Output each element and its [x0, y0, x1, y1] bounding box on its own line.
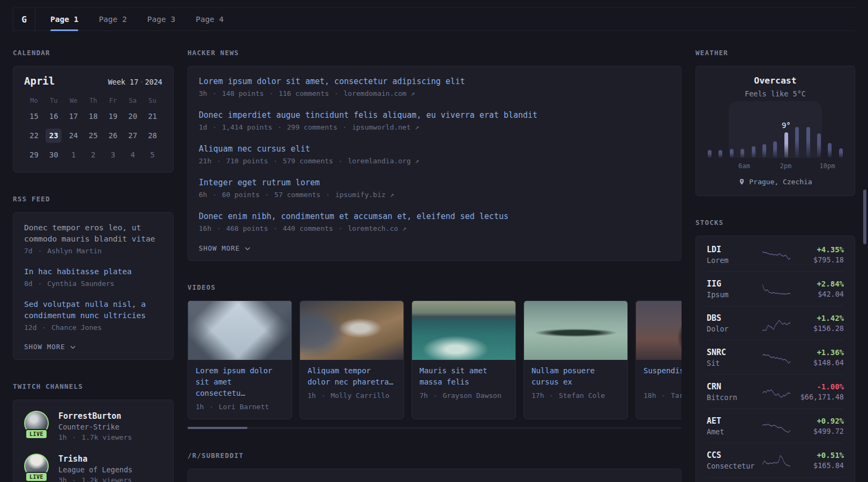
video-card[interactable]: Suspendisse diam 18h · Tara: [635, 300, 682, 419]
hn-domain-link[interactable]: loremdomain.com ↗: [343, 89, 415, 97]
separator-dot: ·: [264, 191, 270, 199]
stock-row[interactable]: LDI Lorem +4.35% $795.18: [707, 238, 844, 272]
stock-name: Ipsum: [707, 290, 758, 299]
calendar-day: 27: [125, 129, 141, 143]
separator-dot: ·: [548, 391, 555, 400]
video-card-body: Suspendisse diam 18h · Tara: [636, 360, 682, 408]
separator-dot: ·: [337, 157, 343, 165]
videos-widget: VIDEOS Lorem ipsum dolor sit amet consec…: [188, 283, 682, 429]
video-thumbnail[interactable]: [300, 301, 403, 360]
stock-row[interactable]: CCS Consectetur +0.51% $165.84: [707, 443, 844, 477]
calendar-day: 4: [125, 148, 141, 162]
video-thumbnail[interactable]: [524, 301, 627, 360]
hn-show-more[interactable]: SHOW MORE: [199, 244, 251, 252]
weekday-label: Th: [84, 97, 103, 104]
video-title[interactable]: Nullam posuere cursus ex: [532, 365, 620, 388]
videos-scrollbar-thumb[interactable]: [188, 427, 248, 429]
calendar-week-label: Week 17: [108, 78, 138, 86]
rss-section-title: RSS FEED: [13, 195, 174, 203]
weather-bar: [762, 144, 766, 158]
hn-item-title[interactable]: Lorem ipsum dolor sit amet, consectetur …: [199, 76, 670, 87]
hn-item: Lorem ipsum dolor sit amet, consectetur …: [199, 76, 670, 99]
hn-domain-link[interactable]: loremlandia.org ↗: [348, 157, 419, 165]
tab-page-3[interactable]: Page 3: [147, 8, 175, 31]
weekday-label: Fr: [103, 97, 123, 104]
video-thumbnail[interactable]: [636, 301, 682, 360]
weather-bar: [752, 146, 755, 158]
stock-left: DBS Dolor: [707, 313, 758, 333]
avatar-wrap: LIVE: [24, 454, 49, 478]
hn-item-title[interactable]: Donec imperdiet augue tincidunt felis al…: [199, 109, 670, 121]
video-meta: 1h · Lori Barnett: [196, 402, 284, 412]
video-thumbnail[interactable]: [412, 301, 515, 360]
stock-right: +4.35% $795.18: [795, 245, 844, 264]
stock-name: Lorem: [707, 256, 758, 265]
weather-bar: [708, 150, 712, 158]
weather-bar: 9°: [784, 132, 788, 158]
app-logo[interactable]: G: [13, 8, 35, 31]
rss-show-more[interactable]: SHOW MORE: [24, 343, 77, 351]
stock-sparkline: [762, 382, 790, 402]
hn-list: Lorem ipsum dolor sit amet, consectetur …: [199, 76, 670, 234]
video-title[interactable]: Suspendisse diam: [643, 365, 682, 388]
stock-name: Amet: [707, 427, 758, 436]
hn-item-title[interactable]: Donec enim nibh, condimentum et accumsan…: [199, 210, 670, 222]
stock-row[interactable]: AET Amet +0.92% $499.72: [707, 409, 844, 443]
separator-dot: ·: [215, 157, 222, 165]
separator-dot: ·: [341, 123, 348, 131]
video-title[interactable]: Lorem ipsum dolor sit amet consectetu…: [196, 365, 284, 399]
video-card[interactable]: Mauris sit amet massa felis 7h · Grayson…: [411, 300, 516, 419]
separator-dot: ·: [320, 391, 326, 400]
calendar-day: 29: [26, 148, 42, 162]
hn-item: Integer eget rutrum lorem 6h · 60 points…: [199, 177, 670, 200]
separator-dot: ·: [71, 433, 77, 441]
hn-item-title[interactable]: Aliquam nec cursus elit: [199, 143, 670, 155]
stock-right: +1.36% $148.64: [795, 348, 844, 367]
video-card[interactable]: Nullam posuere cursus ex 17h · Stefan Co…: [523, 300, 628, 419]
hn-domain-link[interactable]: ipsumify.biz ↗: [335, 191, 394, 199]
rss-item-meta: 7d · Ashlyn Martin: [24, 246, 162, 257]
twitch-section-title: TWITCH CHANNELS: [13, 382, 174, 390]
tab-page-4[interactable]: Page 4: [196, 8, 223, 31]
channel-name: Trisha: [58, 454, 132, 464]
hn-domain-link[interactable]: loremtech.co ↗: [348, 224, 407, 232]
video-title[interactable]: Aliquam tempor dolor nec pharetra…: [308, 365, 396, 388]
separator-dot: ·: [36, 280, 43, 288]
twitch-channel[interactable]: LIVE Trisha League of Legends 3h · 1.2k …: [24, 454, 162, 482]
separator-dot: ·: [211, 89, 218, 97]
rss-item-title[interactable]: Donec tempor eros leo, ut commodo mauris…: [24, 222, 162, 245]
stock-row[interactable]: SNRC Sit +1.36% $148.64: [707, 340, 844, 374]
weather-bar: [828, 143, 832, 158]
subreddit-post: Maecenas mollis pulvinar erat non posuer…: [199, 479, 670, 482]
rss-item-title[interactable]: Sed volutpat nulla nisl, a condimentum n…: [24, 299, 162, 321]
weather-hour-label: 2pm: [780, 162, 792, 170]
stock-row[interactable]: CRN Bitcorn -1.00% $66,171.48: [707, 374, 844, 409]
rss-item-title[interactable]: In hac habitasse platea: [24, 266, 162, 277]
tab-page-1[interactable]: Page 1: [50, 8, 78, 31]
tab-page-2[interactable]: Page 2: [99, 8, 126, 31]
video-thumbnail[interactable]: [188, 301, 291, 360]
hn-domain-link[interactable]: ipsumworld.net ↗: [352, 123, 419, 131]
weather-feels-like: Feels like 5°C: [707, 89, 844, 98]
calendar-day: 19: [105, 109, 121, 124]
videos-scrollbar[interactable]: [188, 427, 682, 429]
video-card[interactable]: Lorem ipsum dolor sit amet consectetu… 1…: [188, 300, 292, 419]
stock-row[interactable]: AHS +0.46%: [707, 477, 844, 482]
calendar-day: 2: [85, 148, 101, 162]
weather-bar: [839, 148, 843, 158]
stock-sparkline: [762, 451, 790, 470]
stock-symbol: CCS: [707, 450, 758, 460]
top-nav: G Page 1Page 2Page 3Page 4: [13, 7, 855, 31]
weather-bar: [719, 150, 722, 158]
video-card[interactable]: Aliquam tempor dolor nec pharetra… 1h · …: [300, 300, 404, 419]
hn-item-title[interactable]: Integer eget rutrum lorem: [199, 177, 670, 189]
video-title[interactable]: Mauris sit amet massa felis: [420, 365, 508, 388]
stock-right: +2.84% $42.04: [795, 280, 844, 298]
post-title[interactable]: Maecenas mollis pulvinar erat non posuer…: [199, 479, 670, 482]
stock-row[interactable]: DBS Dolor +1.42% $156.28: [707, 306, 844, 340]
page-scrollbar[interactable]: [863, 190, 866, 244]
weather-condition: Overcast: [707, 76, 844, 86]
hn-item-meta: 3h · 148 points · 116 comments · loremdo…: [199, 88, 670, 99]
stock-row[interactable]: IIG Ipsum +2.84% $42.04: [707, 272, 844, 306]
twitch-channel[interactable]: LIVE ForrestBurton Counter-Strike 1h · 1…: [24, 411, 162, 443]
